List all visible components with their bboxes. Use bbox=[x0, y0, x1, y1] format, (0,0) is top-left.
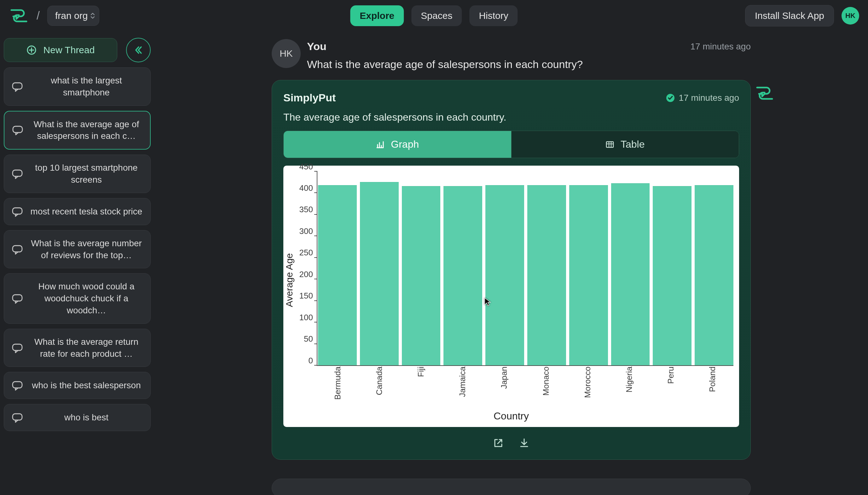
chat-bubble-icon bbox=[11, 168, 23, 180]
assistant-message: SimplyPut 17 minutes ago The average age… bbox=[272, 80, 751, 460]
chart-plot-area: 050100150200250300350400450 bbox=[317, 171, 733, 366]
chevron-double-left-icon bbox=[134, 45, 143, 55]
chart-xtick-label: Japan bbox=[499, 366, 509, 389]
chart-ytick-label: 100 bbox=[299, 312, 313, 322]
tab-history[interactable]: History bbox=[469, 5, 518, 26]
sidebar-thread-item[interactable]: top 10 largest smartphone screens bbox=[4, 155, 151, 193]
bar-chart-icon bbox=[376, 140, 384, 149]
tab-table[interactable]: Table bbox=[511, 131, 739, 158]
tab-table-label: Table bbox=[621, 139, 645, 150]
chart-bar bbox=[569, 185, 608, 365]
user-timestamp: 17 minutes ago bbox=[690, 41, 751, 52]
chat-bubble-icon bbox=[11, 411, 23, 424]
chart-yaxis-title: Average Age bbox=[284, 253, 295, 307]
chevron-updown-icon bbox=[90, 12, 95, 19]
sidebar-thread-item[interactable]: What is the average return rate for each… bbox=[4, 329, 151, 367]
brand-logo-icon[interactable] bbox=[9, 7, 29, 24]
chart-xtick-label: Poland bbox=[708, 366, 717, 392]
sidebar-thread-item[interactable]: who is the best salesperson bbox=[4, 372, 151, 399]
chart-xtick-label: Fiji bbox=[416, 366, 426, 377]
sidebar-thread-label: What is the average return rate for each… bbox=[29, 336, 143, 360]
sidebar-thread-label: What is the average number of reviews fo… bbox=[29, 237, 143, 261]
chart-bar bbox=[611, 183, 650, 365]
sidebar-thread-item[interactable]: what is the largest smartphone bbox=[4, 67, 151, 106]
install-slack-button[interactable]: Install Slack App bbox=[745, 5, 834, 27]
chart-xtick-label: Bermuda bbox=[333, 366, 343, 400]
sidebar-thread-label: What is the average age of salespersons … bbox=[30, 118, 143, 142]
sidebar-thread-item[interactable]: most recent tesla stock price bbox=[4, 198, 151, 225]
chart-ytick-label: 250 bbox=[299, 248, 313, 258]
chat-bubble-icon bbox=[11, 342, 23, 354]
chart-xaxis-labels: BermudaCanadaFijiJamaicaJapanMonacoMoroc… bbox=[317, 366, 733, 404]
svg-rect-6 bbox=[13, 295, 22, 301]
tab-spaces[interactable]: Spaces bbox=[411, 5, 462, 26]
svg-rect-7 bbox=[13, 344, 22, 351]
new-thread-label: New Thread bbox=[44, 45, 95, 55]
user-avatar-inline: HK bbox=[272, 39, 301, 68]
collapse-sidebar-button[interactable] bbox=[126, 38, 151, 62]
chart-ytick-label: 400 bbox=[299, 183, 313, 193]
verified-icon: 17 minutes ago bbox=[666, 93, 739, 103]
svg-rect-1 bbox=[13, 83, 22, 89]
plus-circle-icon bbox=[27, 45, 36, 55]
chart-bar bbox=[318, 185, 357, 365]
chat-bubble-icon bbox=[11, 379, 23, 392]
chat-bubble-icon bbox=[11, 80, 23, 93]
svg-rect-9 bbox=[13, 414, 22, 420]
svg-rect-8 bbox=[13, 382, 22, 388]
thread-list: what is the largest smartphoneWhat is th… bbox=[4, 67, 151, 431]
chart-bar bbox=[527, 185, 566, 365]
sidebar-thread-label: most recent tesla stock price bbox=[29, 206, 143, 218]
download-icon bbox=[519, 438, 529, 448]
assistant-name: SimplyPut bbox=[283, 92, 335, 104]
svg-rect-5 bbox=[13, 245, 22, 252]
sidebar-thread-item[interactable]: What is the average number of reviews fo… bbox=[4, 230, 151, 269]
regenerate-button[interactable] bbox=[756, 86, 773, 103]
chart-ytick-label: 0 bbox=[309, 356, 313, 365]
table-icon bbox=[605, 140, 614, 149]
user-avatar[interactable]: HK bbox=[841, 7, 859, 24]
chat-input[interactable] bbox=[272, 479, 751, 495]
chart-bar bbox=[695, 185, 733, 365]
chart-mode-tabs: Graph Table bbox=[283, 131, 739, 158]
svg-rect-3 bbox=[13, 170, 22, 176]
svg-rect-11 bbox=[606, 142, 613, 147]
chart-actions bbox=[283, 434, 739, 450]
new-thread-button[interactable]: New Thread bbox=[4, 38, 117, 62]
download-button[interactable] bbox=[519, 438, 529, 450]
svg-rect-2 bbox=[13, 126, 22, 133]
nav-center: Explore Spaces History bbox=[350, 5, 518, 26]
open-external-button[interactable] bbox=[493, 438, 504, 450]
chart-ytick-label: 350 bbox=[299, 205, 313, 215]
chart-xtick-label: Nigeria bbox=[624, 366, 634, 392]
top-nav: / fran org Explore Spaces History Instal… bbox=[0, 0, 868, 32]
chart-ytick-label: 450 bbox=[299, 161, 313, 171]
chart-ytick-label: 300 bbox=[299, 226, 313, 236]
sidebar-thread-item[interactable]: How much wood could a woodchuck chuck if… bbox=[4, 273, 151, 323]
sidebar-thread-label: who is the best salesperson bbox=[29, 379, 143, 391]
assistant-timestamp: 17 minutes ago bbox=[679, 93, 739, 103]
chart-ytick-label: 150 bbox=[299, 291, 313, 301]
chart-ytick-label: 200 bbox=[299, 269, 313, 279]
tab-explore[interactable]: Explore bbox=[350, 5, 404, 26]
sidebar: New Thread what is the largest smartphon… bbox=[0, 32, 154, 495]
chart-xtick-label: Jamaica bbox=[458, 366, 468, 397]
org-name: fran org bbox=[55, 11, 88, 21]
chart-bar bbox=[443, 186, 482, 365]
sidebar-thread-label: top 10 largest smartphone screens bbox=[29, 162, 143, 186]
tab-graph-label: Graph bbox=[391, 139, 419, 150]
chart-bar bbox=[360, 182, 399, 365]
sidebar-thread-label: what is the largest smartphone bbox=[29, 75, 143, 99]
chat-bubble-icon bbox=[11, 205, 23, 218]
chart-xtick-label: Peru bbox=[666, 366, 676, 384]
sidebar-thread-item[interactable]: What is the average age of salespersons … bbox=[4, 111, 151, 150]
sidebar-thread-label: who is best bbox=[29, 412, 143, 424]
tab-graph[interactable]: Graph bbox=[284, 131, 511, 158]
user-message-text: What is the average age of salespersons … bbox=[307, 58, 751, 70]
chart-xtick-label: Canada bbox=[374, 366, 384, 395]
chart-xaxis-title: Country bbox=[283, 410, 739, 422]
sidebar-thread-item[interactable]: who is best bbox=[4, 404, 151, 431]
org-selector[interactable]: fran org bbox=[47, 6, 99, 26]
user-message: HK You 17 minutes ago What is the averag… bbox=[272, 39, 751, 70]
breadcrumb-separator: / bbox=[35, 9, 42, 22]
